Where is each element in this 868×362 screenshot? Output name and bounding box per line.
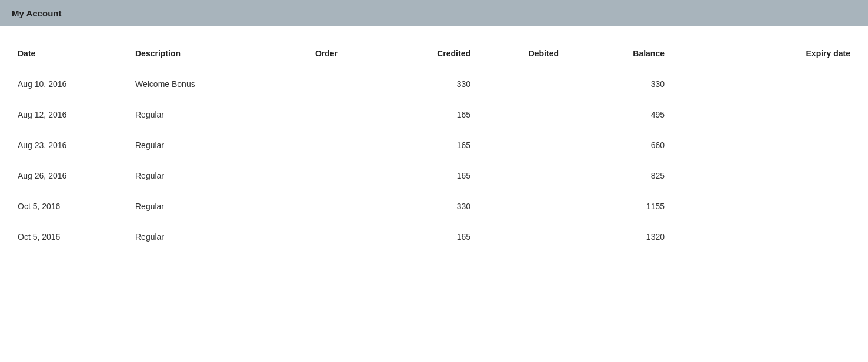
cell-balance: 495	[565, 99, 670, 130]
cell-expiry	[670, 160, 856, 191]
cell-balance: 1320	[565, 222, 670, 252]
cell-date: Oct 5, 2016	[12, 191, 129, 222]
cell-credited: 165	[370, 130, 476, 160]
table-row: Oct 5, 2016Regular3301155	[12, 191, 856, 222]
cell-expiry	[670, 69, 856, 99]
table-header-row: Date Description Order Credited Debited …	[12, 38, 856, 69]
cell-date: Aug 12, 2016	[12, 99, 129, 130]
col-header-date: Date	[12, 38, 129, 69]
col-header-balance: Balance	[565, 38, 670, 69]
cell-description: Regular	[129, 99, 282, 130]
cell-debited	[476, 222, 565, 252]
cell-date: Aug 23, 2016	[12, 130, 129, 160]
page-title: My Account	[12, 8, 856, 18]
cell-order	[282, 191, 370, 222]
cell-credited: 165	[370, 222, 476, 252]
col-header-credited: Credited	[370, 38, 476, 69]
table-row: Aug 23, 2016Regular165660	[12, 130, 856, 160]
col-header-description: Description	[129, 38, 282, 69]
cell-expiry	[670, 222, 856, 252]
table-row: Aug 26, 2016Regular165825	[12, 160, 856, 191]
cell-description: Regular	[129, 130, 282, 160]
cell-credited: 330	[370, 191, 476, 222]
cell-order	[282, 99, 370, 130]
cell-credited: 330	[370, 69, 476, 99]
cell-order	[282, 160, 370, 191]
cell-debited	[476, 69, 565, 99]
table-container: Date Description Order Credited Debited …	[0, 26, 868, 252]
cell-debited	[476, 99, 565, 130]
cell-credited: 165	[370, 160, 476, 191]
col-header-expiry: Expiry date	[670, 38, 856, 69]
cell-balance: 1155	[565, 191, 670, 222]
cell-order	[282, 69, 370, 99]
header-bar: My Account	[0, 0, 868, 26]
col-header-order: Order	[282, 38, 370, 69]
cell-expiry	[670, 130, 856, 160]
cell-debited	[476, 191, 565, 222]
cell-balance: 660	[565, 130, 670, 160]
col-header-debited: Debited	[476, 38, 565, 69]
cell-description: Regular	[129, 191, 282, 222]
cell-order	[282, 222, 370, 252]
table-row: Oct 5, 2016Regular1651320	[12, 222, 856, 252]
cell-description: Regular	[129, 160, 282, 191]
account-table: Date Description Order Credited Debited …	[12, 38, 856, 252]
cell-balance: 825	[565, 160, 670, 191]
table-row: Aug 10, 2016Welcome Bonus330330	[12, 69, 856, 99]
cell-debited	[476, 160, 565, 191]
cell-expiry	[670, 99, 856, 130]
cell-debited	[476, 130, 565, 160]
cell-date: Aug 10, 2016	[12, 69, 129, 99]
table-body: Aug 10, 2016Welcome Bonus330330Aug 12, 2…	[12, 69, 856, 252]
cell-order	[282, 130, 370, 160]
cell-expiry	[670, 191, 856, 222]
cell-description: Welcome Bonus	[129, 69, 282, 99]
cell-date: Aug 26, 2016	[12, 160, 129, 191]
cell-description: Regular	[129, 222, 282, 252]
cell-credited: 165	[370, 99, 476, 130]
cell-date: Oct 5, 2016	[12, 222, 129, 252]
cell-balance: 330	[565, 69, 670, 99]
table-row: Aug 12, 2016Regular165495	[12, 99, 856, 130]
